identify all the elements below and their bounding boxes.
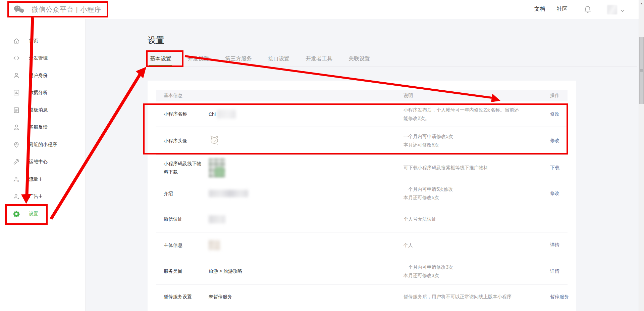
row-label: 主体信息 bbox=[164, 241, 204, 250]
table-row: 小程序码及线下物料下载 可下载小程序码及搜索框等线下推广物料 下载 bbox=[156, 154, 568, 181]
table-row: 微信认证 个人号无法认证 bbox=[156, 206, 568, 232]
wechat-mp-console: 微信公众平台 | 小程序 文档 社区 首页 开发 bbox=[0, 0, 644, 311]
row-label: 介绍 bbox=[164, 189, 204, 198]
modify-link[interactable]: 修改 bbox=[550, 111, 559, 117]
sidebar-item-label: 开发管理 bbox=[29, 55, 48, 61]
sidebar-item-label: 模板消息 bbox=[29, 107, 48, 113]
location-pin-icon bbox=[13, 141, 20, 148]
basic-info-card: 基本信息 说明 操作 小程序名称 Chi 小程序发布后，个人帐号可一年内修改2次… bbox=[148, 81, 576, 311]
sidebar-item-label: 广告主 bbox=[29, 193, 43, 199]
sidebar-item-traffic-monetization[interactable]: ¥ 流量主 bbox=[0, 171, 85, 188]
row-label: 小程序头像 bbox=[164, 137, 204, 145]
svg-text:¥: ¥ bbox=[17, 180, 19, 183]
row-desc-line: 一个月内可申请修改3次 bbox=[404, 263, 550, 271]
sidebar-item-label: 客服反馈 bbox=[29, 124, 48, 130]
download-link[interactable]: 下载 bbox=[550, 165, 559, 171]
row-desc-line: 个人号无法认证 bbox=[404, 215, 550, 223]
pause-service-value: 未暂停服务 bbox=[209, 294, 232, 300]
table-row: 服务类目 旅游 > 旅游攻略 一个月内可申请修改3次 本月还可修改3次 详情 bbox=[156, 258, 568, 284]
sidebar-item-advertiser[interactable]: 广告主 bbox=[0, 188, 85, 206]
code-icon bbox=[13, 54, 20, 62]
sidebar: 首页 开发管理 用户身份 数据分析 模板消息 bbox=[0, 19, 86, 311]
sidebar-item-analytics[interactable]: 数据分析 bbox=[0, 84, 85, 102]
table-header: 基本信息 说明 操作 bbox=[156, 90, 568, 101]
sidebar-item-settings[interactable]: 设置 bbox=[0, 205, 85, 223]
logo[interactable]: 微信公众平台 | 小程序 bbox=[13, 4, 101, 14]
modify-link[interactable]: 修改 bbox=[550, 138, 559, 144]
table-row: 小程序名称 Chi 小程序发布后，个人帐号可一年内修改2次名称。当前还 能修改2… bbox=[156, 101, 568, 127]
account-avatar[interactable] bbox=[607, 5, 617, 14]
service-category-value: 旅游 > 旅游攻略 bbox=[209, 268, 242, 274]
sidebar-item-ops-center[interactable]: 运维中心 bbox=[0, 153, 85, 171]
user-icon bbox=[13, 72, 20, 79]
row-desc-line: 本月还可修改5次 bbox=[404, 141, 550, 149]
top-nav-community[interactable]: 社区 bbox=[557, 6, 568, 13]
row-desc-line: 能修改2次。 bbox=[404, 114, 550, 123]
sidebar-item-dev-manage[interactable]: 开发管理 bbox=[0, 50, 85, 67]
header-action: 操作 bbox=[550, 93, 559, 99]
redacted-subject-blur bbox=[209, 240, 220, 250]
redacted-name-blur bbox=[217, 110, 236, 119]
sidebar-item-customer-feedback[interactable]: 客服反馈 bbox=[0, 119, 85, 136]
wechat-logo-icon bbox=[13, 4, 25, 14]
row-label: 暂停服务设置 bbox=[164, 293, 204, 301]
row-label: 小程序码及线下物料下载 bbox=[164, 160, 204, 176]
miniprogram-name-value: Chi bbox=[209, 112, 216, 117]
header-basic-info: 基本信息 bbox=[164, 93, 404, 99]
scrollbar-thumb[interactable] bbox=[639, 37, 644, 104]
redacted-verification-blur bbox=[209, 215, 225, 223]
sidebar-item-template-message[interactable]: 模板消息 bbox=[0, 101, 85, 119]
notification-bell-icon[interactable] bbox=[584, 5, 591, 15]
sidebar-item-label: 数据分析 bbox=[29, 90, 48, 96]
row-desc-line: 一个月内可申请修改5次 bbox=[404, 132, 550, 141]
header-description: 说明 bbox=[404, 93, 550, 99]
row-desc-line: 本月还可修改5次 bbox=[404, 193, 550, 202]
row-desc-line: 可下载小程序码及搜索框等线下推广物料 bbox=[404, 164, 550, 172]
sidebar-item-label: 用户身份 bbox=[29, 73, 48, 79]
modify-link[interactable]: 修改 bbox=[550, 190, 559, 196]
sidebar-item-label: 首页 bbox=[29, 38, 38, 44]
table-row: 小程序头像 一个月内可申请修改5次 本月还可修改5次 修改 bbox=[156, 127, 568, 154]
topbar: 微信公众平台 | 小程序 文档 社区 bbox=[0, 0, 644, 19]
tab-dev-tools[interactable]: 开发者工具 bbox=[305, 54, 333, 66]
settings-tabs: 基本设置 开发设置 第三方服务 接口设置 开发者工具 关联设置 bbox=[148, 54, 637, 66]
row-desc-line: 一个月内可申请5次修改 bbox=[404, 185, 550, 193]
row-label: 小程序名称 bbox=[164, 110, 204, 118]
table-row: 介绍 一个月内可申请5次修改 本月还可修改5次 修改 bbox=[156, 181, 568, 206]
details-link[interactable]: 详情 bbox=[550, 242, 559, 248]
sidebar-item-nearby-miniprograms[interactable]: 附近的小程序 bbox=[0, 136, 85, 153]
page-title: 设置 bbox=[148, 35, 164, 46]
top-nav-docs[interactable]: 文档 bbox=[534, 6, 545, 13]
pause-service-link[interactable]: 暂停服务 bbox=[550, 294, 569, 300]
gear-icon bbox=[13, 210, 20, 218]
scrollbar-up-arrow[interactable]: ▲ bbox=[639, 1, 644, 6]
tab-related-settings[interactable]: 关联设置 bbox=[348, 54, 371, 66]
tab-third-party[interactable]: 第三方服务 bbox=[224, 54, 253, 66]
next-row-partial bbox=[156, 309, 568, 311]
row-desc-line: 本月还可修改3次 bbox=[404, 271, 550, 280]
bar-chart-icon bbox=[13, 89, 20, 96]
platform-title: 微信公众平台 | 小程序 bbox=[32, 5, 101, 14]
account-chevron-down-icon[interactable] bbox=[621, 7, 625, 13]
tab-dev-settings[interactable]: 开发设置 bbox=[187, 54, 210, 66]
details-link[interactable]: 详情 bbox=[550, 268, 559, 274]
sidebar-item-label: 设置 bbox=[29, 211, 38, 217]
sidebar-item-label: 附近的小程序 bbox=[29, 142, 57, 148]
redacted-qrcode-blur bbox=[209, 158, 225, 178]
feedback-user-icon bbox=[13, 124, 20, 131]
wrench-icon bbox=[13, 158, 20, 166]
sidebar-item-user-identity[interactable]: 用户身份 bbox=[0, 67, 85, 84]
sidebar-item-home[interactable]: 首页 bbox=[0, 32, 85, 50]
tab-basic-settings[interactable]: 基本设置 bbox=[149, 54, 172, 66]
sidebar-item-label: 流量主 bbox=[29, 176, 43, 182]
user-megaphone-icon bbox=[13, 193, 20, 200]
page-scrollbar[interactable]: ▲ bbox=[639, 0, 644, 311]
miniprogram-avatar-cat bbox=[209, 135, 220, 147]
redacted-intro-blur bbox=[209, 190, 248, 197]
sidebar-item-label: 运维中心 bbox=[29, 159, 48, 165]
table-row: 暂停服务设置 未暂停服务 暂停服务后，用户将不可以正常访问线上版本小程序 暂停服… bbox=[156, 284, 568, 309]
tab-api-settings[interactable]: 接口设置 bbox=[267, 54, 290, 66]
row-label: 微信认证 bbox=[164, 215, 204, 223]
row-label: 服务类目 bbox=[164, 267, 204, 275]
user-yen-icon: ¥ bbox=[13, 176, 20, 183]
